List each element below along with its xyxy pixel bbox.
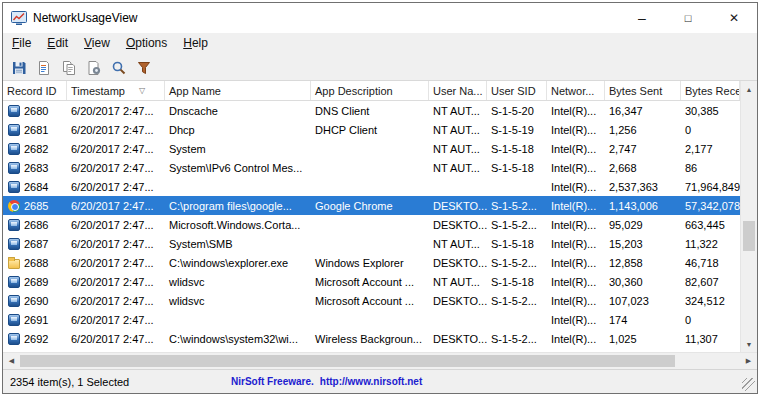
network-cell: Intel(R)... xyxy=(547,196,605,215)
table-row[interactable]: 2685 6/20/2017 2:47... C:\program files\… xyxy=(3,196,740,215)
app-name-cell xyxy=(165,310,311,329)
user-sid-cell: S-1-5-2... xyxy=(487,253,547,272)
app-name-cell: Dnscache xyxy=(165,101,311,120)
app-description-cell: Windows Explorer xyxy=(311,253,429,272)
sort-descending-icon: ▽ xyxy=(139,86,145,95)
properties-button[interactable] xyxy=(82,57,105,79)
scroll-left-icon[interactable]: ◀ xyxy=(3,353,20,369)
save-button[interactable] xyxy=(7,57,30,79)
column-label: Bytes Sent xyxy=(609,85,662,97)
record-id-text: 2690 xyxy=(24,295,48,307)
minimize-button[interactable]: – xyxy=(619,3,665,33)
app-name-cell: System\SMB xyxy=(165,234,311,253)
column-label: Networ... xyxy=(551,85,594,97)
bytes-received-cell: 86 xyxy=(681,158,740,177)
vertical-scroll-thumb[interactable] xyxy=(743,221,755,251)
table-row[interactable]: 2690 6/20/2017 2:47... wlidsvc Microsoft… xyxy=(3,291,740,310)
table-row[interactable]: 2680 6/20/2017 2:47... Dnscache DNS Clie… xyxy=(3,101,740,120)
user-sid-cell: S-1-5-19 xyxy=(487,120,547,139)
user-name-cell: NT AUT... xyxy=(429,272,487,291)
menu-options[interactable]: Options xyxy=(118,33,175,55)
scroll-right-icon[interactable]: ▶ xyxy=(740,353,757,369)
record-id-text: 2687 xyxy=(24,238,48,250)
network-cell: Intel(R)... xyxy=(547,329,605,348)
menu-help[interactable]: Help xyxy=(175,33,216,55)
vertical-scrollbar[interactable]: ▲ ▼ xyxy=(740,81,757,352)
table-row[interactable]: 2683 6/20/2017 2:47... System\IPv6 Contr… xyxy=(3,158,740,177)
app-name-cell: wlidsvc xyxy=(165,291,311,310)
horizontal-scroll-track[interactable] xyxy=(20,353,740,369)
user-sid-cell: S-1-5-18 xyxy=(487,234,547,253)
app-icon xyxy=(8,181,20,193)
column-header-network[interactable]: Networ... xyxy=(547,81,605,100)
menu-view[interactable]: View xyxy=(76,33,118,55)
table-row[interactable]: 2692 6/20/2017 2:47... C:\windows\system… xyxy=(3,329,740,348)
bytes-sent-cell: 2,747 xyxy=(605,139,681,158)
column-header-app-name[interactable]: App Name xyxy=(165,81,311,100)
nirsoft-url-link[interactable]: http://www.nirsoft.net xyxy=(320,376,422,387)
user-name-cell: DESKTO... xyxy=(429,329,487,348)
find-button[interactable] xyxy=(107,57,130,79)
bytes-sent-cell: 1,256 xyxy=(605,120,681,139)
table-row[interactable]: 2681 6/20/2017 2:47... Dhcp DHCP Client … xyxy=(3,120,740,139)
title-bar[interactable]: NetworkUsageView – □ ✕ xyxy=(3,3,757,33)
column-header-user-sid[interactable]: User SID xyxy=(487,81,547,100)
table-body: 2680 6/20/2017 2:47... Dnscache DNS Clie… xyxy=(3,101,740,352)
menu-view-rest: iew xyxy=(92,36,110,50)
html-report-button[interactable] xyxy=(32,57,55,79)
menu-bar: File Edit View Options Help xyxy=(3,33,757,55)
scroll-down-icon[interactable]: ▼ xyxy=(741,336,757,352)
column-label: App Name xyxy=(169,85,221,97)
column-label: Record ID xyxy=(7,85,57,97)
bytes-sent-cell: 107,023 xyxy=(605,291,681,310)
app-icon xyxy=(8,105,20,117)
column-header-user-name[interactable]: User Na... xyxy=(429,81,487,100)
column-header-timestamp[interactable]: Timestamp▽ xyxy=(67,81,165,100)
table-row[interactable]: 2684 6/20/2017 2:47... Intel(R)... 2,537… xyxy=(3,177,740,196)
menu-edit[interactable]: Edit xyxy=(39,33,76,55)
app-name-cell: wlidsvc xyxy=(165,272,311,291)
menu-file[interactable]: File xyxy=(4,33,39,55)
column-header-app-description[interactable]: App Description xyxy=(311,81,429,100)
bytes-received-cell: 0 xyxy=(681,120,740,139)
table-row[interactable]: 2688 6/20/2017 2:47... C:\windows\explor… xyxy=(3,253,740,272)
user-sid-cell: S-1-5-2... xyxy=(487,196,547,215)
copy-button[interactable] xyxy=(57,57,80,79)
close-button[interactable]: ✕ xyxy=(711,3,757,33)
table-row[interactable]: 2682 6/20/2017 2:47... System NT AUT... … xyxy=(3,139,740,158)
record-id-cell: 2680 xyxy=(3,101,67,120)
record-id-text: 2689 xyxy=(24,276,48,288)
bytes-received-cell: 11,307 xyxy=(681,329,740,348)
timestamp-cell: 6/20/2017 2:47... xyxy=(67,215,165,234)
app-description-cell xyxy=(311,139,429,158)
app-description-cell: Microsoft Account ... xyxy=(311,291,429,310)
table-row[interactable]: 2691 6/20/2017 2:47... Intel(R)... 174 0 xyxy=(3,310,740,329)
column-header-bytes-received[interactable]: Bytes Receiv xyxy=(681,81,740,100)
timestamp-cell: 6/20/2017 2:47... xyxy=(67,291,165,310)
scroll-up-icon[interactable]: ▲ xyxy=(741,81,757,97)
column-header-bytes-sent[interactable]: Bytes Sent xyxy=(605,81,681,100)
column-header-record-id[interactable]: Record ID xyxy=(3,81,67,100)
resize-grip[interactable] xyxy=(742,378,755,391)
advanced-options-button[interactable] xyxy=(132,57,155,79)
vertical-scroll-track[interactable] xyxy=(741,97,757,336)
horizontal-scroll-thumb[interactable] xyxy=(20,355,675,367)
status-item-count: 2354 item(s), 1 Selected xyxy=(10,376,231,388)
list-view: Record ID Timestamp▽ App Name App Descri… xyxy=(3,81,757,352)
freeware-label: NirSoft Freeware. xyxy=(231,376,314,387)
maximize-button[interactable]: □ xyxy=(665,3,711,33)
network-cell: Intel(R)... xyxy=(547,139,605,158)
app-description-cell xyxy=(311,310,429,329)
app-name-cell: C:\windows\system32\wi... xyxy=(165,329,311,348)
horizontal-scrollbar[interactable]: ◀ ▶ xyxy=(3,352,757,369)
column-header-row: Record ID Timestamp▽ App Name App Descri… xyxy=(3,81,740,101)
user-name-cell: NT AUT... xyxy=(429,120,487,139)
table-row[interactable]: 2686 6/20/2017 2:47... Microsoft.Windows… xyxy=(3,215,740,234)
bytes-sent-cell: 2,668 xyxy=(605,158,681,177)
user-sid-cell: S-1-5-18 xyxy=(487,272,547,291)
table-row[interactable]: 2687 6/20/2017 2:47... System\SMB NT AUT… xyxy=(3,234,740,253)
toolbar xyxy=(3,55,757,81)
record-id-cell: 2689 xyxy=(3,272,67,291)
app-icon xyxy=(8,238,20,250)
table-row[interactable]: 2689 6/20/2017 2:47... wlidsvc Microsoft… xyxy=(3,272,740,291)
